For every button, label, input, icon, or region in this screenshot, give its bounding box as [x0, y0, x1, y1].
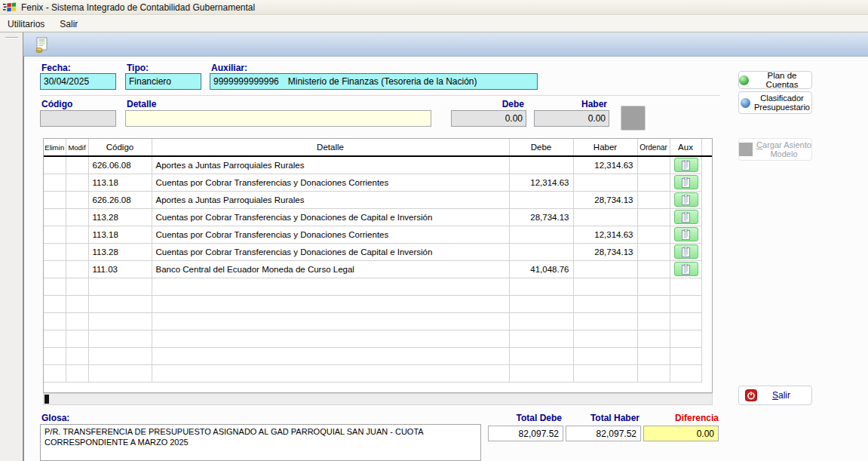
fecha-field[interactable]: 30/04/2025	[40, 73, 116, 90]
cell-modif	[66, 191, 88, 208]
aux-button[interactable]	[674, 210, 698, 224]
total-haber-label: Total Haber	[564, 413, 639, 423]
aux-button[interactable]	[674, 175, 698, 189]
aux-button[interactable]	[674, 158, 698, 172]
cell-haber	[573, 260, 637, 278]
grid-row[interactable]: 111.03 Banco Central del Ecuador Moneda …	[44, 260, 712, 278]
clipboard-icon	[682, 247, 690, 257]
panel-grabber[interactable]	[5, 37, 18, 38]
cell-spare	[701, 174, 712, 191]
glosa-textarea[interactable]: P/R. TRANSFERENCIA DE PRESUPUESTO ASIGNA…	[40, 424, 481, 461]
grid-empty-row[interactable]	[44, 278, 712, 295]
cell-modif	[66, 243, 88, 260]
haber-label: Haber	[534, 99, 607, 109]
detalle-input[interactable]	[125, 110, 431, 127]
plan-de-cuentas-label: Plan de Cuentas	[753, 71, 811, 89]
aux-button[interactable]	[674, 227, 698, 241]
cell-haber: 28,734.13	[573, 191, 637, 208]
cell-spare	[701, 156, 712, 174]
clasificador-presupuestario-button[interactable]: Clasificador Presupuestario	[738, 91, 812, 114]
cell-elimin	[44, 226, 66, 243]
grid-row[interactable]: 113.18 Cuentas por Cobrar Transferencias…	[44, 226, 712, 243]
aux-button[interactable]	[674, 192, 698, 207]
grid-row[interactable]: 626.26.08 Aportes a Juntas Parroquiales …	[44, 191, 712, 208]
total-haber-field: 82,097.52	[566, 426, 641, 441]
cell-elimin	[44, 174, 66, 191]
cell-modif	[66, 260, 88, 278]
cell-detalle: Cuentas por Cobrar Transferencias y Dona…	[152, 208, 509, 226]
gray-square-icon	[739, 143, 753, 156]
windows-logo-icon	[3, 2, 17, 13]
cell-codigo: 626.06.08	[88, 156, 152, 174]
menu-utilitarios[interactable]: Utilitarios	[0, 17, 52, 32]
clipboard-icon	[682, 229, 690, 240]
cell-debe	[509, 243, 573, 260]
salir-button[interactable]: Salir	[738, 386, 812, 405]
debe-label: Debe	[451, 99, 524, 109]
cell-elimin	[44, 191, 66, 208]
grid-empty-row[interactable]	[44, 330, 712, 347]
cell-ordenar	[637, 260, 670, 278]
cell-spare	[701, 226, 712, 243]
fecha-label: Fecha:	[41, 63, 71, 73]
cell-debe: 28,734.13	[509, 208, 573, 226]
grid-row[interactable]: 113.28 Cuentas por Cobrar Transferencias…	[44, 243, 712, 260]
cell-elimin	[44, 208, 66, 226]
document-coins-icon	[35, 37, 50, 54]
cell-ordenar	[637, 156, 670, 174]
header-spare	[701, 139, 712, 156]
title-bar: Fenix - Sistema Integrado de Contabilida…	[0, 0, 868, 15]
menu-bar: Utilitarios Salir	[0, 16, 868, 32]
grid-empty-row[interactable]	[44, 295, 712, 312]
grid-row[interactable]: 113.18 Cuentas por Cobrar Transferencias…	[44, 174, 712, 191]
cell-codigo: 113.18	[88, 174, 152, 191]
cell-debe: 12,314.63	[509, 174, 573, 191]
codigo-label: Código	[41, 99, 72, 109]
entries-grid-container: Elimin Modif Código Detalle Debe Haber O…	[43, 138, 713, 393]
cell-haber: 12,314.63	[573, 156, 637, 174]
new-entry-button[interactable]	[32, 35, 52, 54]
grid-row[interactable]: 626.06.08 Aportes a Juntas Parroquiales …	[44, 156, 712, 174]
cell-aux	[670, 174, 701, 191]
cell-haber: 28,734.13	[573, 243, 637, 260]
tipo-label: Tipo:	[127, 63, 149, 73]
header-codigo: Código	[88, 139, 152, 156]
codigo-input[interactable]	[40, 110, 116, 127]
horizontal-scrollbar[interactable]	[43, 393, 713, 405]
grid-empty-row[interactable]	[44, 364, 712, 382]
aux-button[interactable]	[674, 244, 698, 259]
cell-detalle: Aportes a Juntas Parroquiales Rurales	[152, 156, 509, 174]
cargar-asiento-modelo-button[interactable]: Cargar Asiento Modelo	[738, 138, 812, 161]
scrollbar-thumb[interactable]	[44, 395, 49, 404]
cell-detalle: Cuentas por Cobrar Transferencias y Dona…	[152, 243, 509, 260]
cell-aux	[670, 226, 701, 243]
grid-empty-row[interactable]	[44, 347, 712, 364]
header-debe: Debe	[509, 139, 573, 156]
cargar-label-line1: Cargar Asiento	[756, 140, 811, 149]
haber-input[interactable]: 0.00	[534, 110, 609, 127]
aux-button[interactable]	[674, 262, 698, 276]
add-entry-button[interactable]	[621, 106, 646, 131]
cell-codigo: 113.28	[88, 208, 152, 226]
cell-modif	[66, 226, 88, 243]
cell-debe	[509, 191, 573, 208]
blue-sphere-icon	[741, 98, 750, 108]
cell-spare	[701, 191, 712, 208]
auxiliar-field[interactable]: 9999999999996 Ministerio de Finanzas (Te…	[210, 73, 538, 90]
clipboard-icon	[682, 177, 690, 188]
clipboard-icon	[682, 195, 690, 205]
debe-input[interactable]: 0.00	[451, 110, 526, 127]
cell-aux	[670, 156, 701, 174]
total-debe-field: 82,097.52	[488, 426, 563, 441]
cell-codigo: 113.18	[88, 226, 152, 243]
grid-empty-row[interactable]	[44, 312, 712, 330]
grid-row[interactable]: 113.28 Cuentas por Cobrar Transferencias…	[44, 208, 712, 226]
cell-detalle: Cuentas por Cobrar Transferencias y Dona…	[152, 174, 509, 191]
plan-de-cuentas-button[interactable]: Plan de Cuentas	[738, 71, 812, 89]
tipo-field[interactable]: Financiero	[125, 73, 201, 90]
cell-codigo: 626.26.08	[88, 191, 152, 208]
diferencia-field: 0.00	[643, 426, 719, 441]
clipboard-icon	[682, 160, 690, 171]
left-collapsed-panel[interactable]	[0, 32, 23, 461]
menu-salir[interactable]: Salir	[52, 17, 85, 32]
